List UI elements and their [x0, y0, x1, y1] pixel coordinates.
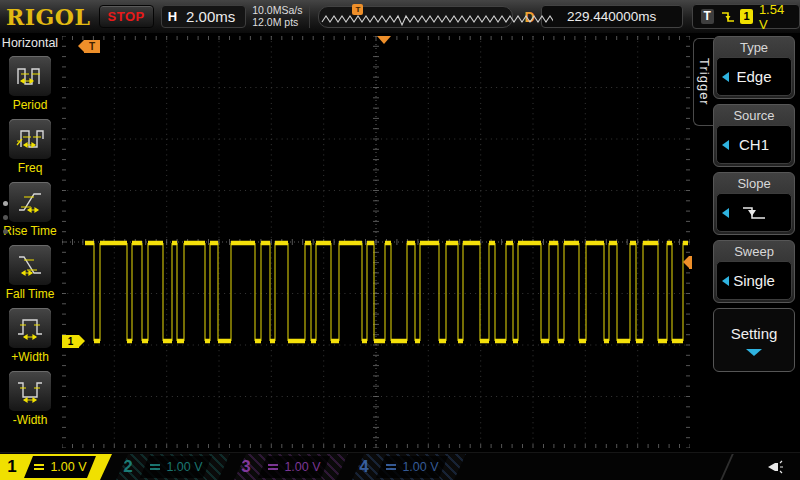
waveform-overview-bar[interactable]: T	[318, 6, 512, 28]
neg-width-icon	[15, 377, 45, 405]
trigger-position-flag-icon[interactable]: T	[84, 40, 100, 53]
measure-item-neg-width[interactable]: -Width	[9, 371, 51, 427]
oscilloscope-screen: RIGOL STOP H 2.00ms 10.0MSa/s 12.0M pts …	[0, 0, 800, 480]
delay-value: 229.440000ms	[541, 5, 683, 28]
timebase-value: 2.00ms	[186, 8, 235, 25]
chevron-left-icon	[722, 140, 729, 150]
menu-item-type[interactable]: Type Edge	[713, 36, 795, 99]
chevron-left-icon	[722, 72, 729, 82]
fall-time-icon	[15, 251, 45, 279]
top-status-bar: RIGOL STOP H 2.00ms 10.0MSa/s 12.0M pts …	[0, 0, 800, 34]
trigger-position-icon[interactable]	[377, 36, 391, 44]
channel-4-status[interactable]: 4 1.00 V	[352, 454, 466, 480]
divider	[706, 454, 734, 480]
freq-icon	[15, 125, 45, 153]
pos-width-icon	[15, 314, 45, 342]
measure-item-pos-width[interactable]: +Width	[9, 308, 51, 364]
horizontal-measure-menu: Horizontal Period Freq	[0, 33, 60, 452]
measure-item-fall-time[interactable]: Fall Time	[6, 245, 55, 301]
sample-rate: 10.0MSa/s	[252, 5, 302, 17]
dc-coupling-icon	[267, 463, 279, 471]
menu-item-source[interactable]: Source CH1	[713, 104, 795, 167]
menu-item-sweep[interactable]: Sweep Single	[713, 240, 795, 303]
trigger-readout[interactable]: T 1 1.54 V	[692, 4, 800, 29]
memory-depth: 12.0M pts	[252, 17, 302, 29]
chevron-down-icon	[746, 349, 762, 356]
horizontal-timebase-box[interactable]: H 2.00ms	[161, 5, 247, 28]
channel-2-status[interactable]: 2 1.00 V	[116, 454, 230, 480]
chevron-left-icon	[722, 208, 729, 218]
dc-coupling-icon	[385, 463, 397, 471]
trigger-menu: Trigger Type Edge Source CH1 Slope	[692, 33, 800, 452]
rise-time-icon	[15, 188, 45, 216]
period-icon	[15, 62, 45, 90]
dc-coupling-icon	[33, 463, 45, 471]
beeper-icon[interactable]	[764, 459, 784, 475]
slope-falling-edge-icon	[739, 204, 769, 222]
trigger-label: T	[701, 9, 714, 24]
measure-item-period[interactable]: Period	[9, 56, 51, 112]
channel1-offset-marker-icon[interactable]: 1	[62, 335, 79, 348]
falling-edge-icon	[720, 10, 735, 24]
chevron-left-icon	[722, 276, 729, 286]
horizontal-label: H	[168, 9, 177, 24]
trigger-level-value: 1.54 V	[759, 2, 791, 32]
channel-status-bar: 1 1.00 V 2 1.00 V 3 1.00 V 4 1.00 V	[0, 452, 800, 480]
rigol-logo: RIGOL	[6, 4, 91, 30]
left-menu-title: Horizontal	[2, 36, 58, 50]
trigger-menu-tab: Trigger	[693, 38, 714, 126]
dc-coupling-icon	[149, 463, 161, 471]
run-stop-status-button[interactable]: STOP	[99, 5, 154, 28]
menu-item-slope[interactable]: Slope	[713, 172, 795, 235]
menu-page-indicator	[3, 201, 8, 234]
overview-trigger-flag-icon[interactable]: T	[352, 4, 363, 15]
channel-1-status[interactable]: 1 1.00 V	[0, 454, 112, 480]
measure-item-rise-time[interactable]: Rise Time	[3, 182, 56, 238]
menu-item-setting[interactable]: Setting	[713, 308, 795, 372]
waveform-graticule[interactable]	[62, 36, 690, 448]
channel-3-status[interactable]: 3 1.00 V	[234, 454, 348, 480]
measure-item-freq[interactable]: Freq	[9, 119, 51, 175]
acquisition-info: 10.0MSa/s 12.0M pts	[252, 5, 310, 28]
trigger-source-badge: 1	[740, 9, 753, 24]
